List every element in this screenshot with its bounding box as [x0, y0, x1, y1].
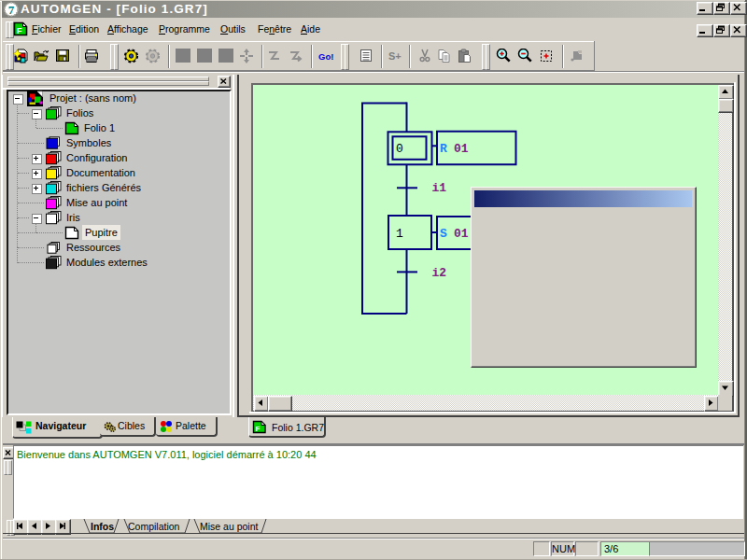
svg-text:i1: i1 [432, 181, 447, 195]
svg-text:R: R [440, 142, 447, 156]
svg-text:S: S [440, 227, 447, 241]
svg-text:Go!: Go! [318, 51, 333, 62]
svg-text:F: F [256, 425, 261, 433]
svg-text:0: 0 [396, 142, 403, 156]
svg-text:S+: S+ [388, 50, 402, 62]
svg-text:1: 1 [396, 227, 403, 241]
svg-text:01: 01 [454, 227, 469, 241]
svg-text:i2: i2 [432, 266, 447, 280]
svg-text:7: 7 [8, 3, 15, 17]
svg-text:01: 01 [454, 142, 469, 156]
